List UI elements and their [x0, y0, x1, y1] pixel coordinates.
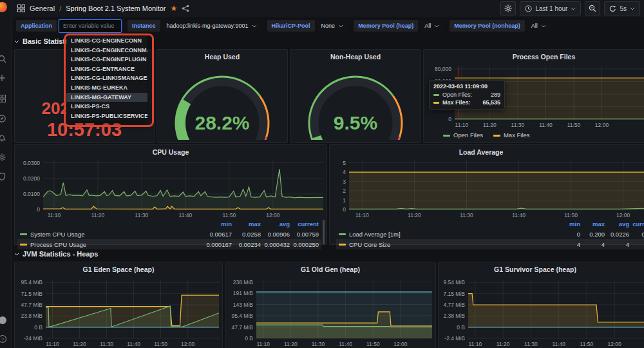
favorite-star-icon[interactable]: ★ [171, 5, 178, 12]
avatar[interactable] [0, 315, 8, 325]
svg-text:2.38 MiB: 2.38 MiB [443, 313, 465, 319]
legend-series-row[interactable]: Process CPU Usage0.0001670.002340.000432… [17, 239, 321, 249]
svg-text:0: 0 [343, 206, 346, 213]
breadcrumb-folder[interactable]: General [30, 5, 55, 12]
svg-text:0 B: 0 B [457, 324, 465, 331]
variable-label-memory-pool-heap: Memory Pool (heap) [354, 20, 418, 32]
panel-title: G1 Survivor Space (heap) [439, 266, 632, 273]
svg-text:?: ? [1, 336, 5, 342]
svg-text:0: 0 [448, 116, 451, 122]
dropdown-option[interactable]: LINKIS-PS-CS [66, 102, 147, 111]
alerting-icon[interactable] [0, 133, 8, 144]
dashboard-settings-button[interactable] [500, 1, 516, 15]
legend-item[interactable]: Open Files [443, 131, 483, 139]
variable-label-memory-pool-nonheap: Memory Pool (nonheap) [450, 20, 525, 32]
chevron-down-icon [571, 7, 576, 10]
svg-text:11:40: 11:40 [512, 212, 526, 218]
svg-text:11:10: 11:10 [48, 212, 61, 218]
panel-cpu-usage[interactable]: CPU Usage 00.01000.02000.030011:1011:201… [14, 144, 327, 245]
dropdown-option[interactable]: LINKIS-CG-ENGINECONNMANAGER [66, 46, 147, 55]
svg-text:11:50: 11:50 [580, 341, 594, 347]
series-color-dash [433, 102, 439, 104]
legend-scrollbar[interactable] [323, 220, 325, 244]
svg-text:0.0300: 0.0300 [23, 160, 40, 166]
configuration-icon[interactable] [0, 153, 8, 163]
panel-heap-used[interactable]: Heap Used 28.2% [156, 49, 288, 143]
svg-text:11:40: 11:40 [552, 341, 565, 347]
svg-text:11:50: 11:50 [223, 212, 236, 218]
grafana-logo-icon[interactable] [0, 2, 7, 12]
g1-eden-chart[interactable]: -24 MiB0 B23.8 MiB47.7 MiB71.5 MiB95.4 M… [16, 276, 221, 347]
panel-title: Process Open Files [424, 53, 644, 61]
dropdown-option[interactable]: LINKIS-CG-ENGINEPLUGIN [66, 55, 147, 64]
legend-series-row[interactable]: CPU Core Size444 [336, 239, 644, 249]
dropdown-option[interactable]: LINKIS-CG-ENTRANCE [66, 64, 147, 74]
panel-title: Non-Heap Used [290, 53, 421, 61]
svg-text:47.7 MiB: 47.7 MiB [231, 324, 253, 331]
chevron-down-icon [14, 253, 19, 256]
svg-text:23.8 MiB: 23.8 MiB [21, 313, 43, 319]
help-icon[interactable]: ? [0, 334, 8, 344]
graph-tooltip: 2022-03-03 11:09:00 Open Files:289Max Fi… [429, 80, 505, 110]
legend-item[interactable]: Max Files [493, 131, 530, 139]
dropdown-option[interactable]: LINKIS-CG-LINKISMANAGER [66, 73, 147, 83]
panel-title: Load Average [330, 148, 632, 156]
dashboard-variables-row: Application Instance hadoop:linkis-mg-ga… [12, 17, 644, 35]
memory-pool-nonheap-value[interactable]: All [527, 20, 551, 32]
g1-old-gen-chart[interactable]: 0 B47.7 MiB95.4 MiB143 MiB191 MiB238 MiB… [227, 276, 434, 347]
load-average-chart[interactable]: 01234511:1011:2011:3011:4011:5012:00 [331, 157, 644, 218]
dropdown-option[interactable]: LINKIS-CG-ENGINECONN [66, 36, 147, 46]
server-admin-icon[interactable] [0, 172, 8, 182]
gauge-value: 9.5% [334, 112, 377, 133]
svg-text:11:20: 11:20 [91, 212, 105, 218]
svg-text:0: 0 [37, 206, 40, 213]
tooltip-series-row: Open Files:289 [433, 91, 500, 99]
cpu-usage-chart[interactable]: 00.01000.02000.030011:1011:2011:3011:401… [16, 157, 325, 218]
chart-legend[interactable]: Open FilesMax Files [443, 131, 530, 139]
svg-text:11:30: 11:30 [312, 341, 325, 347]
plus-icon[interactable] [0, 73, 8, 84]
series-color-dash [433, 94, 439, 96]
svg-text:11:10: 11:10 [46, 341, 59, 347]
dashboards-grid-icon[interactable] [17, 5, 25, 12]
panel-g1-survivor-space[interactable]: G1 Survivor Space (heap) -2.4 MiB0 B2.38… [438, 262, 644, 348]
refresh-picker[interactable]: 5s [604, 1, 640, 15]
svg-text:12:00: 12:00 [266, 212, 280, 218]
section-jvm-statistics-heaps[interactable]: JVM Statistics - Heaps [14, 250, 98, 258]
time-range-label: Last 1 hour [535, 5, 567, 12]
panel-nonheap-used[interactable]: Non-Heap Used 9.5% [290, 49, 421, 143]
zoom-out-button[interactable] [585, 1, 600, 15]
instance-variable-value[interactable]: hadoop:linkis-mg-gateway:9001 [162, 20, 261, 32]
dropdown-option[interactable]: LINKIS-MG-EUREKA [66, 83, 147, 93]
legend-series-row[interactable]: Load Average [1m]00.2000.02260.09 [336, 229, 644, 239]
panel-g1-old-gen[interactable]: G1 Old Gen (heap) 0 B47.7 MiB95.4 MiB143… [225, 262, 436, 348]
svg-text:47.7 MiB: 47.7 MiB [21, 302, 43, 308]
chevron-down-icon [252, 24, 257, 28]
memory-pool-heap-value[interactable]: All [420, 20, 444, 32]
nav-sidebar: ? [0, 0, 12, 348]
explore-icon[interactable] [0, 114, 8, 124]
magnifier-minus-icon [589, 5, 596, 12]
g1-survivor-chart[interactable]: -2.4 MiB0 B2.38 MiB4.77 MiB7.15 MiB9.54 … [440, 276, 644, 347]
svg-text:12:00: 12:00 [393, 341, 408, 347]
hikaricp-variable-value[interactable]: None [317, 20, 348, 32]
search-icon[interactable] [0, 54, 8, 64]
variable-label-instance: Instance [128, 20, 160, 32]
chevron-down-icon [541, 24, 546, 28]
refresh-icon [609, 5, 616, 12]
chevron-down-icon [338, 24, 343, 28]
legend-series-row[interactable]: System CPU Usage0.006170.02580.009060.00… [17, 229, 321, 239]
panel-load-average[interactable]: Load Average 01234511:1011:2011:3011:401… [329, 144, 644, 245]
dashboard-title[interactable]: Spring Boot 2.1 System Monitor [66, 5, 166, 12]
panel-g1-eden-space[interactable]: G1 Eden Space (heap) -24 MiB0 B23.8 MiB4… [14, 262, 223, 348]
application-variable-input[interactable] [59, 19, 122, 33]
svg-text:11:50: 11:50 [564, 212, 578, 218]
gear-icon [504, 5, 512, 12]
dropdown-option[interactable]: LINKIS-PS-PUBLICSERVICE [66, 111, 147, 121]
time-range-picker[interactable]: Last 1 hour [520, 1, 581, 15]
dashboards-icon[interactable] [0, 94, 8, 104]
share-icon[interactable] [182, 5, 189, 12]
svg-text:0 B: 0 B [34, 324, 43, 331]
dropdown-option[interactable]: LINKIS-MG-GATEWAY [66, 93, 147, 102]
svg-text:0 B: 0 B [245, 335, 253, 342]
